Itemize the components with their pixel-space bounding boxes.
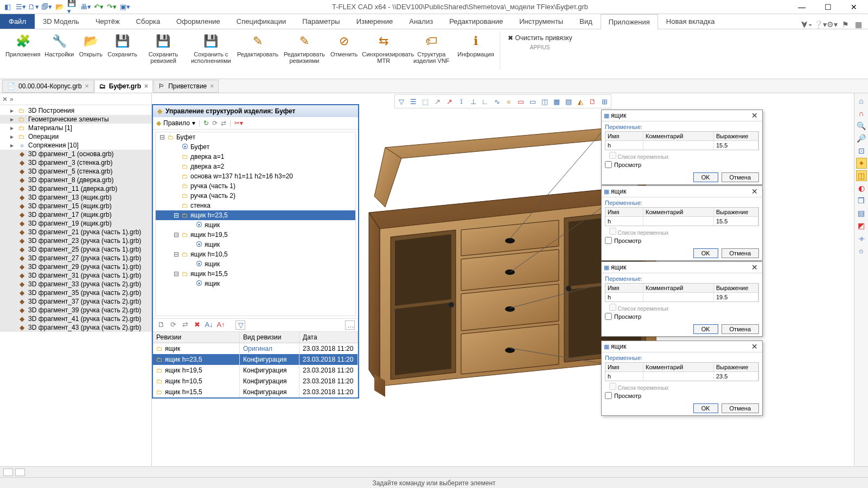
- settings-gear-icon[interactable]: ⚙▾: [827, 20, 838, 29]
- expander-icon[interactable]: ⊟: [173, 211, 180, 219]
- revision-row[interactable]: 🗀ящик h=23,5Конфигурация23.03.2018 11:20: [153, 354, 358, 365]
- tree-row[interactable]: ◆3D фрагмент_41 (ручка (часть 2).grb): [0, 314, 151, 323]
- variable-popup[interactable]: ▦ ящик✕ Переменные: ИмяКомментарийВыраже…: [601, 110, 763, 185]
- refresh-icon[interactable]: ↻: [203, 119, 209, 127]
- structure-tree-row[interactable]: 🗀основа w=137 h1=11 h2=16 h3=20: [156, 171, 355, 181]
- 3d-viewport[interactable]: ▽ ☰ ⬚ ↗ ↗ ⟟ ⊥ ∟ ∿ ⟐ ▭ ▭ ◫ ▦ ▧ ◭ 🗋 ⊞: [152, 93, 854, 466]
- ribbon-tab-1[interactable]: Чертёж: [87, 14, 128, 29]
- ribbon-btn-6[interactable]: ✎Редактировать: [235, 31, 280, 65]
- tree-row[interactable]: ◆3D фрагмент_17 (ящик.grb): [0, 210, 151, 219]
- variable-grid[interactable]: ИмяКомментарийВыражение h15.5: [605, 131, 759, 150]
- structure-tree-row[interactable]: ⦿ящик: [156, 259, 355, 269]
- tree-row[interactable]: ▸🗀3D Построения: [0, 106, 151, 115]
- rt-dim-icon[interactable]: ⟛: [856, 233, 867, 243]
- close-icon[interactable]: ✕: [749, 342, 760, 351]
- view-selector-1[interactable]: [3, 468, 13, 476]
- open-all-icon[interactable]: 🗐▾: [41, 2, 52, 12]
- structure-tree-row[interactable]: 🗀дверка a=2: [156, 162, 355, 171]
- vp-box5-icon[interactable]: ▧: [563, 96, 574, 107]
- structure-tree-row[interactable]: ⊟🗀Буфет: [156, 132, 355, 142]
- vp-axis2-icon[interactable]: ↗: [444, 96, 455, 107]
- ribbon-btn-1[interactable]: 🔧Настройки: [42, 31, 76, 65]
- structure-tree-row[interactable]: 🗀ручка (часть 2): [156, 191, 355, 201]
- ribbon-btn-4[interactable]: 💾Сохранить ревизией: [139, 31, 187, 65]
- new-icon[interactable]: 🗋▾: [28, 2, 39, 12]
- tree-row[interactable]: ◆3D фрагмент_43 (ручка (часть 2).grb): [0, 323, 151, 332]
- rev-filter-icon[interactable]: ▽: [235, 320, 245, 330]
- open-icon[interactable]: 📂: [54, 2, 65, 12]
- revision-row[interactable]: 🗀ящикОригинал23.03.2018 11:20: [153, 343, 358, 354]
- ribbon-tab-0[interactable]: 3D Модель: [35, 14, 87, 29]
- ribbon-tab-12[interactable]: Новая вкладка: [658, 14, 723, 29]
- doc-tab-2[interactable]: 🏳Приветствие×: [154, 80, 219, 93]
- tree-row[interactable]: ◆3D фрагмент_31 (ручка (часть 1).grb): [0, 271, 151, 280]
- ribbon-btn-0[interactable]: 🧩Приложения: [3, 31, 42, 65]
- cancel-button[interactable]: Отмена: [722, 324, 759, 334]
- tree-row[interactable]: ◆3D фрагмент_33 (ручка (часть 2).grb): [0, 280, 151, 288]
- structure-tree-row[interactable]: 🗀ручка (часть 1): [156, 181, 355, 191]
- rt-clip-icon[interactable]: ◩: [856, 220, 867, 231]
- ribbon-tab-3[interactable]: Оформление: [168, 14, 228, 29]
- ribbon-tab-11[interactable]: Приложения: [601, 14, 658, 29]
- rev-col-date[interactable]: Дата: [299, 332, 358, 343]
- rt-zoom-fit-icon[interactable]: 🔍: [856, 120, 867, 131]
- tree-row[interactable]: ◆3D фрагмент_23 (ручка (часть 1).grb): [0, 236, 151, 245]
- tree-row[interactable]: ◆3D фрагмент_27 (ручка (часть 1).grb): [0, 254, 151, 262]
- vp-tri-icon[interactable]: ◭: [575, 96, 586, 107]
- vp-tree-icon[interactable]: ☰: [408, 96, 419, 107]
- close-icon[interactable]: ✕: [749, 187, 760, 196]
- expander-icon[interactable]: ⊟: [173, 231, 180, 239]
- expander-icon[interactable]: ▸: [9, 107, 15, 114]
- tree-row[interactable]: ◆3D фрагмент_8 (дверка.grb): [0, 176, 151, 184]
- vp-grid-icon[interactable]: ⊞: [599, 96, 610, 107]
- vp-curve-icon[interactable]: ∿: [492, 96, 502, 107]
- variable-popup[interactable]: ▦ ящик✕ Переменные: ИмяКомментарийВыраже…: [601, 261, 763, 337]
- variable-grid[interactable]: ИмяКомментарийВыражение h15.5: [605, 207, 759, 226]
- close-icon[interactable]: ×: [144, 82, 148, 90]
- ribbon-tab-6[interactable]: Измерение: [348, 14, 401, 29]
- vp-filter-icon[interactable]: ▽: [396, 96, 407, 107]
- rev-sync-icon[interactable]: ⇄: [180, 320, 190, 330]
- ok-button[interactable]: OK: [693, 324, 718, 334]
- tree-row[interactable]: ▸⟐Сопряжения [10]: [0, 141, 151, 150]
- ribbon-tab-5[interactable]: Параметры: [294, 14, 348, 29]
- help-icon[interactable]: ❔▾: [814, 20, 825, 29]
- rt-axis-icon[interactable]: ✦: [856, 158, 867, 169]
- tools-icon[interactable]: ✂▾: [234, 119, 243, 127]
- tree-row[interactable]: ◆3D фрагмент_5 (стенка.grb): [0, 167, 151, 176]
- menu-icon[interactable]: ☰▾: [15, 2, 26, 12]
- vp-perp-icon[interactable]: ⊥: [468, 96, 478, 107]
- vp-link-icon[interactable]: ⟐: [503, 96, 514, 107]
- rule-dropdown[interactable]: ◆ Правило ▾: [156, 119, 195, 127]
- app-icon[interactable]: ◧: [2, 2, 13, 12]
- preview-checkbox[interactable]: [605, 161, 612, 168]
- vp-box2-icon[interactable]: ▭: [527, 96, 538, 107]
- tree-row[interactable]: ◆3D фрагмент_35 (ручка (часть 2).grb): [0, 288, 151, 297]
- vp-box1-icon[interactable]: ▭: [515, 96, 526, 107]
- preview-checkbox[interactable]: [605, 392, 612, 399]
- expander-icon[interactable]: ⊟: [173, 251, 180, 258]
- preview-checkbox[interactable]: [605, 313, 612, 320]
- tree-row[interactable]: ◆3D фрагмент_21 (ручка (часть 1).grb): [0, 228, 151, 236]
- grid-icon[interactable]: ▦: [853, 20, 864, 29]
- preview-checkbox[interactable]: [605, 237, 612, 244]
- rev-refresh-icon[interactable]: ⟳: [168, 320, 178, 330]
- structure-tree-row[interactable]: ⊟🗀ящик h=19,5: [156, 230, 355, 240]
- structure-tree-row[interactable]: ⦿Буфет: [156, 142, 355, 152]
- minimize-button[interactable]: ―: [790, 0, 814, 14]
- structure-dialog-title[interactable]: ◆ Управление структурой изделия: Буфет: [153, 105, 358, 117]
- expander-icon[interactable]: ⊟: [159, 133, 165, 141]
- ribbon-tab-8[interactable]: Редактирование: [441, 14, 511, 29]
- tree-row[interactable]: ◆3D фрагмент_3 (стенка.grb): [0, 158, 151, 167]
- rev-sort-asc-icon[interactable]: A↓: [204, 320, 214, 330]
- rt-home-icon[interactable]: ⌂: [856, 95, 867, 106]
- ribbon-btn-7[interactable]: ✎Редактировать ревизиями: [280, 31, 328, 65]
- structure-tree[interactable]: ⊟🗀Буфет⦿Буфет🗀дверка a=1🗀дверка a=2🗀осно…: [155, 132, 356, 316]
- rt-magnet-icon[interactable]: ∩: [856, 108, 867, 119]
- ok-button[interactable]: OK: [693, 172, 718, 182]
- panel-close-icon[interactable]: ✕: [2, 95, 8, 103]
- model-tree[interactable]: ▸🗀3D Построения▸🗀Геометрические элементы…: [0, 105, 151, 466]
- tree-row[interactable]: ◆3D фрагмент_39 (ручка (часть 2).grb): [0, 306, 151, 314]
- rt-cube-icon[interactable]: ❒: [856, 195, 867, 206]
- undo-icon[interactable]: ↶▾: [93, 2, 104, 12]
